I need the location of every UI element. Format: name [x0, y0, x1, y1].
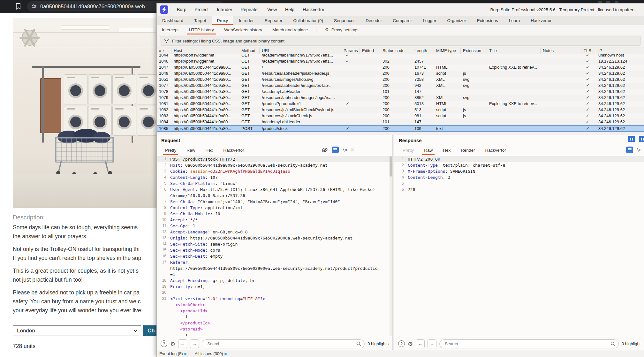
request-editor[interactable]: 1POST /product/stock HTTP/22Host: 0a0500… [157, 156, 392, 336]
menu-view[interactable]: View [263, 7, 281, 12]
response-tab-hackvertor[interactable]: Hackvertor [481, 145, 510, 155]
menu-burp[interactable]: Burp [173, 7, 191, 12]
history-row[interactable]: 1085https://0a0500b504441d9a80...POST/pr… [157, 125, 644, 132]
search-next-button[interactable]: → [190, 339, 199, 348]
tab-decoder[interactable]: Decoder [360, 16, 387, 25]
search-prev-button[interactable]: ← [178, 339, 187, 348]
history-row[interactable]: 1047https://0a0500b504441d9a80...GET/200… [157, 65, 644, 71]
tab-collaborator-9-[interactable]: Collaborator (9) [288, 16, 329, 25]
column-header-mime-type[interactable]: MIME type [434, 48, 461, 54]
history-row[interactable]: 1044https://portswigger.netGET/academy/l… [157, 54, 644, 58]
filter-settings-bar[interactable]: Filter settings: Hiding CSS, image and g… [160, 36, 641, 46]
menu-help[interactable]: Help [281, 7, 299, 12]
code-text: Sec-Ch-Ua-Mobile: ?0 [170, 211, 220, 217]
tab-dashboard[interactable]: Dashboard [157, 16, 189, 25]
request-search-input-wrap [202, 339, 365, 348]
tab-repeater[interactable]: Repeater [259, 16, 288, 25]
history-row[interactable]: 1049https://0a0500b504441d9a80...GET/res… [157, 71, 644, 77]
request-tab-pretty[interactable]: Pretty [161, 145, 180, 155]
history-row[interactable]: 1078https://0a0500b504441d9a80...GET/aca… [157, 89, 644, 95]
history-row[interactable]: 1077https://0a0500b504441d9a80...GET/res… [157, 83, 644, 89]
search-next-button[interactable]: → [428, 339, 436, 348]
column-header-ip[interactable]: IP [596, 48, 644, 54]
response-tab-pretty[interactable]: Pretty [399, 145, 418, 155]
column-header--[interactable]: # ∧ [157, 48, 171, 54]
column-header-extension[interactable]: Extension [461, 48, 487, 54]
subtab-http-history[interactable]: HTTP history [184, 25, 219, 34]
line-number: 11 [157, 223, 170, 229]
column-header-status-code[interactable]: Status code [380, 48, 412, 54]
search-settings-icon[interactable]: ⚙ [170, 341, 175, 347]
request-tab-raw[interactable]: Raw [183, 145, 199, 155]
column-header-tls[interactable]: TLS [581, 48, 596, 54]
cell-edited [360, 58, 380, 65]
menu-hackvertor[interactable]: Hackvertor [299, 7, 329, 12]
line-number: 1 [157, 156, 170, 162]
response-search-input[interactable] [444, 341, 608, 346]
menu-intruder[interactable]: Intruder [213, 7, 236, 12]
response-tab-raw[interactable]: Raw [420, 145, 436, 155]
menu-repeater[interactable]: Repeater [236, 7, 263, 12]
tune-icon[interactable] [31, 4, 37, 9]
subtab-match-and-replace[interactable]: Match and replace [267, 25, 313, 34]
code-text: Sec-Fetch-Site: same-origin [170, 241, 238, 247]
cell-host: https://0a0500b504441d9a80... [171, 83, 239, 89]
column-header-notes[interactable]: Notes [541, 48, 581, 54]
tab-organizer[interactable]: Organizer [442, 16, 471, 25]
subtab-intercept[interactable]: Intercept [157, 25, 184, 34]
column-header-host[interactable]: Host [171, 48, 239, 54]
tab-comparer[interactable]: Comparer [387, 16, 417, 25]
event-log-button[interactable]: Event log (5) [159, 351, 186, 356]
tab-hackvertor[interactable]: Hackvertor [525, 16, 557, 25]
word-wrap-toggle[interactable] [626, 147, 633, 153]
word-wrap-toggle[interactable] [332, 147, 339, 153]
history-row[interactable]: 1083https://0a0500b504441d9a80...GET/res… [157, 113, 644, 119]
cell-method: GET [239, 95, 260, 101]
request-scrollbar[interactable] [390, 156, 392, 336]
hide-icon[interactable] [322, 147, 328, 152]
column-header-params[interactable]: Params [341, 48, 360, 54]
response-tab-render[interactable]: Render [457, 145, 479, 155]
history-row[interactable]: 1046https://portswigger.netGET/academy/l… [157, 58, 644, 65]
column-header-method[interactable]: Method [239, 48, 260, 54]
response-editor[interactable]: 1HTTP/2 200 OK2Content-Type: text/plain;… [394, 156, 644, 336]
scroll-pause-button[interactable] [628, 136, 635, 142]
request-tab-hex[interactable]: Hex [201, 145, 217, 155]
tab-extensions[interactable]: Extensions [472, 16, 504, 25]
history-row[interactable]: 1051https://0a0500b504441d9a80...GET/res… [157, 77, 644, 83]
column-header-length[interactable]: Length [412, 48, 434, 54]
address-url[interactable]: 0a0500b504441d9a809c76e50029000a.web [40, 4, 145, 10]
newline-chars-toggle[interactable]: \n [637, 148, 641, 152]
column-header-title[interactable]: Title [487, 48, 541, 54]
history-row[interactable]: 1081https://0a0500b504441d9a80...GET/pro… [157, 101, 644, 107]
search-prev-button[interactable]: ← [416, 339, 425, 348]
all-issues-button[interactable]: All issues (300) [195, 351, 227, 356]
column-header-url[interactable]: URL [260, 48, 341, 54]
menu-project[interactable]: Project [191, 7, 213, 12]
subtab-websockets-history[interactable]: WebSockets history [219, 25, 267, 34]
tab-learn[interactable]: Learn [504, 16, 526, 25]
search-help-icon[interactable]: ? [161, 340, 167, 347]
tab-sequencer[interactable]: Sequencer [329, 16, 360, 25]
history-row[interactable]: 1079https://0a0500b504441d9a80...GET/res… [157, 95, 644, 101]
search-help-icon[interactable]: ? [398, 340, 405, 347]
bookmark-icon[interactable] [15, 3, 22, 10]
subtab-proxy-settings[interactable]: ⚙Proxy settings [320, 25, 363, 34]
clipped-toolbar-button[interactable] [639, 136, 644, 142]
history-row[interactable]: 1084https://0a0500b504441d9a80...GET/aca… [157, 119, 644, 125]
newline-chars-toggle[interactable]: \n [343, 148, 347, 152]
history-row[interactable]: 1082https://0a0500b504441d9a80...GET/res… [157, 107, 644, 113]
search-settings-icon[interactable]: ⚙ [408, 341, 413, 347]
tab-logger[interactable]: Logger [417, 16, 442, 25]
tab-target[interactable]: Target [189, 16, 212, 25]
request-tab-hackvertor[interactable]: Hackvertor [219, 145, 248, 155]
request-search-input[interactable] [207, 341, 354, 346]
store-select[interactable]: London [13, 325, 141, 336]
editor-menu-icon[interactable]: ≡ [351, 147, 354, 153]
cell-tls: ✓ [581, 65, 596, 71]
cell-ext: js [461, 113, 487, 119]
tab-intruder[interactable]: Intruder [233, 16, 259, 25]
tab-proxy[interactable]: Proxy [212, 16, 234, 25]
response-tab-hex[interactable]: Hex [439, 145, 454, 155]
column-header-edited[interactable]: Edited [360, 48, 380, 54]
